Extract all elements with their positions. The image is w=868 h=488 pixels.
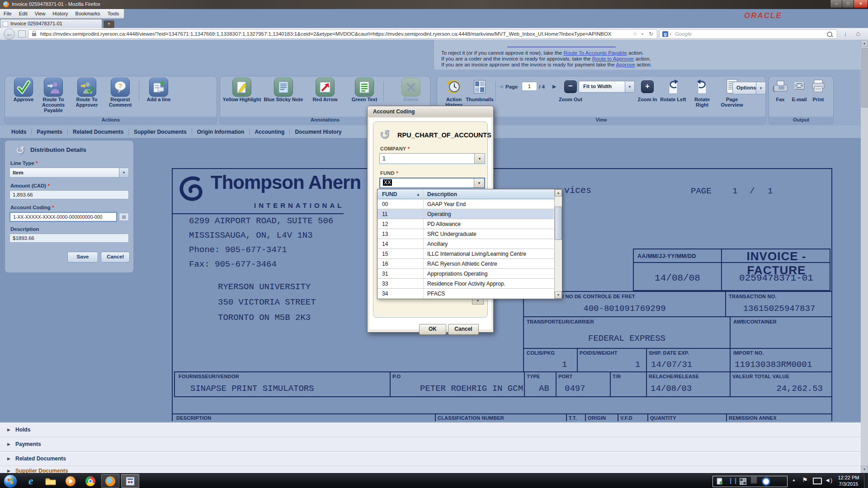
menu-history[interactable]: History	[49, 9, 71, 16]
back-button[interactable]: ←	[4, 28, 15, 40]
tab-holds[interactable]: Holds	[6, 129, 31, 135]
request-comment-button[interactable]: ?	[99, 78, 141, 97]
print-button[interactable]	[807, 80, 830, 95]
rotate-right-button[interactable]	[688, 79, 717, 97]
grid-col-fund[interactable]: FUND	[382, 191, 397, 197]
start-button[interactable]	[4, 474, 17, 488]
fund-row-34[interactable]: 34PFACS	[377, 289, 554, 299]
browser-tab[interactable]: Invoice 0259478371-01	[0, 19, 102, 28]
network-icon[interactable]	[813, 478, 822, 484]
fund-row-12[interactable]: 12PD Allowance	[377, 219, 554, 229]
grid-col-description[interactable]: Description	[427, 191, 457, 197]
scroll-down-icon[interactable]: ▼	[861, 466, 868, 473]
taskbar-java-app[interactable]	[121, 474, 139, 488]
url-text[interactable]: https://mvdev.semiprodint.ryerson.ca:444…	[40, 31, 628, 37]
tray-circle-icon[interactable]	[762, 477, 770, 486]
search-engine-dropdown-icon[interactable]: ▾	[670, 33, 671, 36]
tab-origin-information[interactable]: Origin Information	[192, 129, 250, 135]
fund-row-16[interactable]: 16RAC Ryerson Athletic Centre	[377, 259, 554, 269]
menu-bookmarks[interactable]: Bookmarks	[72, 9, 104, 16]
action-center-flag-icon[interactable]: ⚑	[802, 476, 808, 483]
chevron-down-icon[interactable]: ▼	[756, 82, 765, 94]
fund-row-31[interactable]: 31Appropriations Operating	[377, 269, 554, 279]
chevron-down-icon[interactable]: ▼	[474, 154, 485, 164]
fund-row-00[interactable]: 00GAAP Year End	[377, 199, 554, 209]
company-select[interactable]: 1 ▼	[379, 153, 485, 164]
page-number-input[interactable]: 1	[522, 82, 537, 91]
ok-button[interactable]: OK	[419, 324, 446, 335]
zoom-level-select[interactable]: Fit to Width ▼	[579, 81, 635, 93]
tray-grid-icon[interactable]	[739, 478, 747, 485]
blue-sticky-note-button[interactable]	[263, 78, 304, 97]
bookmark-star-icon[interactable]: ☆	[632, 31, 637, 37]
tab-document-history[interactable]: Document History	[290, 129, 346, 135]
show-desktop-button[interactable]	[864, 474, 868, 488]
reload-icon[interactable]: ↻	[649, 31, 653, 37]
grid-scrollbar[interactable]: ▲ ▼	[554, 189, 562, 299]
account-coding-input[interactable]: 1-XX-XXXXX-XXXX-0000-000000000-000	[9, 212, 117, 222]
accordion-holds[interactable]: ▶ Holds	[0, 423, 861, 437]
url-dropdown-icon[interactable]: ▾	[642, 32, 643, 36]
chevron-down-icon[interactable]: ▼	[474, 178, 484, 188]
rotate-left-button[interactable]	[659, 79, 688, 97]
fund-row-33[interactable]: 33Residence Floor Activity Approp.	[377, 279, 554, 289]
accordion-related-documents[interactable]: ▶ Related Documents	[0, 452, 861, 466]
scrollbar-thumb[interactable]	[555, 206, 562, 240]
previous-page-icon[interactable]: ◀	[499, 84, 503, 89]
fund-row-13[interactable]: 13SRC Undergraduate	[377, 229, 554, 239]
accordion-payments[interactable]: ▶ Payments	[0, 437, 861, 452]
red-arrow-button[interactable]	[304, 78, 346, 97]
tab-accounting[interactable]: Accounting	[250, 129, 289, 135]
tray-app-icon[interactable]	[751, 477, 757, 483]
minimize-button[interactable]: ─	[830, 0, 843, 8]
scrollbar-thumb[interactable]	[861, 48, 868, 108]
search-engine-icon[interactable]: g	[662, 31, 668, 37]
scroll-up-icon[interactable]: ▲	[555, 189, 562, 197]
fund-row-11-selected[interactable]: 11Operating	[377, 209, 554, 219]
dialog-cancel-button[interactable]: Cancel	[448, 324, 479, 335]
save-button[interactable]: Save	[67, 252, 98, 263]
url-bar[interactable]: https://mvdev.semiprodint.ryerson.ca:444…	[28, 29, 657, 39]
close-button[interactable]: ✕	[854, 0, 868, 8]
description-input[interactable]: $1893.66	[9, 234, 129, 243]
yellow-highlight-button[interactable]	[221, 78, 263, 97]
page-scrollbar[interactable]: ▲ ▼	[861, 40, 868, 473]
next-page-icon[interactable]: ▶	[552, 84, 556, 89]
search-icon[interactable]	[827, 32, 832, 37]
taskbar-internet-explorer[interactable]: e	[22, 474, 40, 488]
search-input[interactable]: g ▾ Google	[659, 29, 837, 39]
tab-supplier-documents[interactable]: Supplier Documents	[129, 129, 192, 135]
menu-tools[interactable]: Tools	[104, 9, 123, 16]
fund-row-14[interactable]: 14Ancillary	[377, 239, 554, 249]
menu-edit[interactable]: Edit	[15, 9, 31, 16]
page-icon[interactable]	[18, 30, 26, 38]
cancel-button[interactable]: Cancel	[101, 252, 130, 263]
fund-row-15[interactable]: 15ILLC International Living/Learning Cen…	[377, 249, 554, 259]
taskbar-explorer-folder[interactable]	[42, 474, 60, 488]
green-text-button[interactable]	[344, 78, 385, 97]
maximize-button[interactable]: □	[842, 0, 854, 8]
chevron-down-icon[interactable]: ▼	[625, 81, 634, 92]
approve-link[interactable]: Approve	[616, 62, 635, 67]
zoom-out-button[interactable]: −	[564, 80, 577, 93]
route-to-accounts-payable-link[interactable]: Route To Accounts Payable	[563, 50, 627, 56]
scroll-up-icon[interactable]: ▲	[861, 40, 868, 47]
tab-related-documents[interactable]: Related Documents	[68, 129, 128, 135]
zoom-in-button[interactable]: +	[641, 80, 654, 93]
home-button[interactable]: ⌂	[853, 29, 863, 38]
tray-pause-icon[interactable]: ❙❙	[728, 477, 738, 484]
account-coding-lookup-icon[interactable]: ⊞	[119, 213, 129, 221]
amount-input[interactable]: 1,893.66	[9, 190, 129, 199]
dialog-titlebar[interactable]: Account Coding	[368, 106, 493, 117]
taskbar-media-player[interactable]	[61, 474, 80, 488]
taskbar-firefox[interactable]	[101, 474, 119, 488]
thumbnails-button[interactable]	[464, 80, 495, 96]
menu-view[interactable]: View	[31, 9, 49, 16]
scroll-down-icon[interactable]: ▼	[555, 291, 562, 299]
menu-file[interactable]: File	[0, 9, 15, 16]
line-type-select[interactable]: Item ▼	[9, 168, 129, 178]
taskbar-clock[interactable]: 12:22 PM 7/3/2015	[835, 474, 863, 487]
chevron-down-icon[interactable]: ▼	[119, 168, 128, 177]
downloads-button[interactable]: ↓	[840, 29, 851, 38]
options-button[interactable]: Options ▼	[732, 82, 766, 94]
